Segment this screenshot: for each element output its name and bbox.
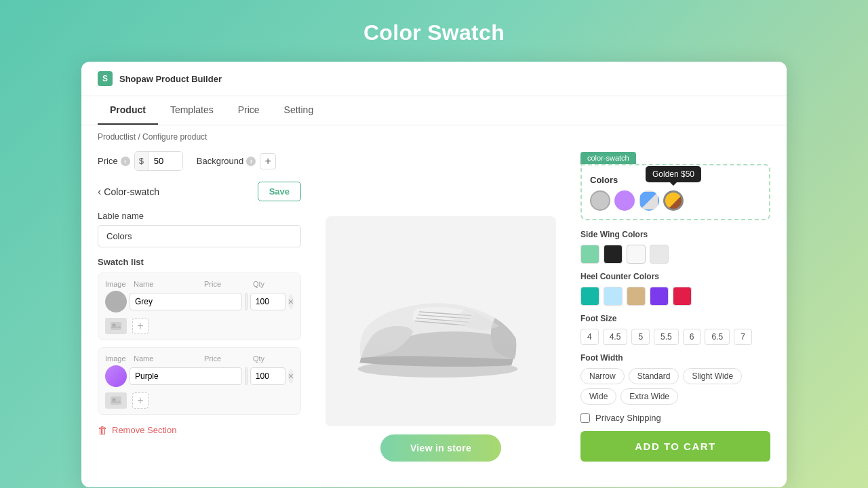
- swatch-cols-header: Image Name Price Qty: [105, 280, 294, 291]
- side-wing-title: Side Wing Colors: [580, 230, 770, 239]
- swatch-lavender[interactable]: [614, 190, 635, 211]
- bg-info-icon: i: [246, 157, 256, 166]
- breadcrumb-productlist: Productlist: [98, 132, 136, 142]
- swatch-qty-input-purple[interactable]: [250, 367, 285, 385]
- swatch-row-grey: Image Name Price Qty $ ×: [98, 272, 301, 340]
- col-image-2: Image: [105, 354, 134, 363]
- swatch-add-img-btn-grey[interactable]: +: [132, 318, 149, 334]
- side-wing-black[interactable]: [604, 245, 623, 264]
- swatch-blue[interactable]: [639, 190, 659, 211]
- heel-purple2[interactable]: [650, 287, 669, 306]
- tab-product[interactable]: Product: [98, 96, 158, 125]
- swatch-img-grey: [105, 291, 127, 312]
- price-info-icon: i: [121, 157, 130, 166]
- cs-box: Colors Golden $50: [580, 164, 770, 220]
- bg-group: Background i +: [197, 153, 276, 169]
- foot-width-pills: Narrow Standard Slight Wide Wide Extra W…: [580, 368, 770, 405]
- privacy-checkbox[interactable]: [580, 413, 590, 423]
- price-input[interactable]: [149, 152, 182, 170]
- swatch-thumb-grey: [105, 318, 127, 334]
- side-wing-section: Side Wing Colors: [580, 230, 770, 264]
- privacy-row: Privacy Shipping: [580, 413, 770, 423]
- tab-price[interactable]: Price: [226, 96, 272, 125]
- right-panel: color-swatch Colors Golden $50 Side Wing…: [580, 148, 770, 471]
- section-label: Color-swatch: [104, 186, 159, 197]
- heel-tan[interactable]: [627, 287, 646, 306]
- swatch-price-sym-grey: $: [245, 293, 248, 310]
- swatch-remove-btn-purple[interactable]: ×: [288, 369, 294, 384]
- col-qty-1: Qty: [253, 280, 294, 288]
- tab-setting[interactable]: Setting: [272, 96, 326, 125]
- foot-size-section: Foot Size 4 4.5 5 5.5 6 6.5 7: [580, 314, 770, 345]
- breadcrumb: Productlist / Configure product: [81, 125, 787, 148]
- width-slight-wide[interactable]: Slight Wide: [683, 368, 742, 384]
- price-group: Price i $: [98, 151, 183, 171]
- bg-plus-button[interactable]: +: [260, 153, 276, 169]
- foot-size-title: Foot Size: [580, 314, 770, 323]
- width-standard[interactable]: Standard: [629, 368, 679, 384]
- width-narrow[interactable]: Narrow: [580, 368, 625, 384]
- col-name-2: Name: [134, 354, 204, 363]
- size-4[interactable]: 4: [580, 329, 599, 345]
- card-header: S Shopaw Product Builder: [81, 62, 787, 96]
- add-to-cart-button[interactable]: ADD TO CART: [580, 431, 770, 462]
- swatch-img-purple: [105, 365, 127, 387]
- cs-badge: color-swatch: [580, 152, 636, 164]
- price-symbol: $: [135, 152, 149, 170]
- view-in-store-button[interactable]: View in store: [380, 434, 501, 462]
- section-bar: ‹ Color-swatch Save: [98, 182, 301, 201]
- shoe-image: [342, 260, 539, 382]
- remove-section-button[interactable]: 🗑 Remove Section: [98, 422, 301, 439]
- swatch-thumb-purple: [105, 392, 127, 409]
- swatch-name-input-grey[interactable]: [130, 293, 242, 310]
- side-wing-white[interactable]: [627, 245, 646, 264]
- swatch-bottom-row-purple: +: [105, 392, 294, 409]
- back-arrow-icon: ‹: [98, 186, 101, 198]
- swatch-grey[interactable]: [590, 190, 610, 211]
- svg-rect-2: [111, 396, 121, 405]
- size-6[interactable]: 6: [683, 329, 701, 345]
- price-bg-row: Price i $ Background i +: [98, 148, 301, 171]
- heel-teal[interactable]: [580, 287, 599, 306]
- center-panel: View in store: [312, 148, 570, 471]
- size-5[interactable]: 5: [631, 329, 650, 345]
- side-wing-green[interactable]: [580, 245, 599, 264]
- page-title: Color Swatch: [363, 20, 505, 45]
- cs-badge-wrap: color-swatch: [580, 151, 636, 164]
- privacy-label: Privacy Shipping: [595, 413, 661, 423]
- foot-width-section: Foot Width Narrow Standard Slight Wide W…: [580, 353, 770, 405]
- save-button[interactable]: Save: [258, 182, 301, 201]
- swatch-add-img-btn-purple[interactable]: +: [132, 392, 149, 409]
- card-body: Price i $ Background i +: [81, 148, 787, 487]
- back-button[interactable]: ‹ Color-swatch: [98, 186, 159, 198]
- tab-templates[interactable]: Templates: [158, 96, 226, 125]
- col-price-2: Price: [204, 354, 253, 363]
- swatch-main-row-purple: $ ×: [105, 365, 294, 387]
- heel-ltblue[interactable]: [604, 287, 623, 306]
- nav-tabs: Product Templates Price Setting: [81, 96, 787, 125]
- foot-width-title: Foot Width: [580, 353, 770, 363]
- size-4-5[interactable]: 4.5: [603, 329, 628, 345]
- swatch-price-sym-purple: $: [245, 368, 248, 384]
- colors-swatches: Golden $50: [590, 190, 761, 211]
- swatch-main-row-grey: $ ×: [105, 291, 294, 312]
- main-card: S Shopaw Product Builder Product Templat…: [81, 62, 787, 487]
- tooltip-golden: Golden $50: [646, 166, 701, 182]
- brand-logo-icon: S: [98, 71, 113, 86]
- side-wing-ltgrey[interactable]: [650, 245, 669, 264]
- swatch-name-input-purple[interactable]: [130, 367, 242, 385]
- label-name-input[interactable]: [98, 225, 301, 247]
- swatch-qty-input-grey[interactable]: [250, 293, 285, 310]
- width-extra-wide[interactable]: Extra Wide: [620, 388, 678, 405]
- swatch-remove-btn-grey[interactable]: ×: [288, 294, 294, 309]
- swatch-gold-wrap: Golden $50: [663, 190, 684, 211]
- swatch-gold[interactable]: [663, 190, 684, 211]
- size-6-5[interactable]: 6.5: [705, 329, 730, 345]
- size-7[interactable]: 7: [734, 329, 752, 345]
- col-name-1: Name: [134, 280, 204, 288]
- bg-label: Background i: [197, 156, 256, 166]
- heel-pink[interactable]: [673, 287, 692, 306]
- width-wide[interactable]: Wide: [580, 388, 616, 405]
- size-5-5[interactable]: 5.5: [654, 329, 679, 345]
- breadcrumb-configure: Configure product: [142, 132, 207, 142]
